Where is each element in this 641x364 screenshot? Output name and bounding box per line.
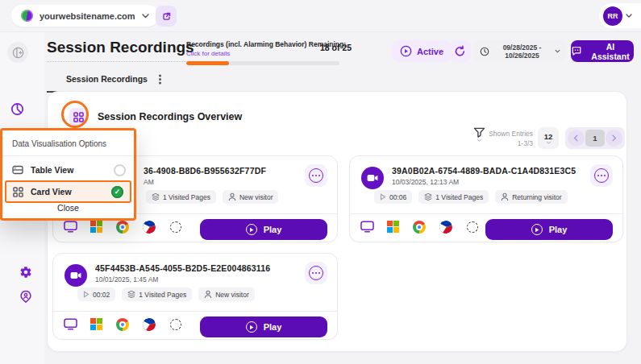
current-page[interactable]: 1 xyxy=(585,130,605,147)
recording-id: 45F4453B-A545-4055-B2D5-E2E004863116 xyxy=(95,263,270,273)
play-circle-icon xyxy=(400,45,412,57)
page-title: Session Recordings xyxy=(47,39,194,62)
card-view-icon xyxy=(13,187,23,197)
date-range-picker[interactable]: 09/28/2025 - 10/26/2025 xyxy=(474,40,566,62)
card-divider xyxy=(53,311,337,312)
chevron-down-icon xyxy=(142,14,149,19)
external-link-icon xyxy=(161,11,172,22)
next-page-button[interactable] xyxy=(606,130,622,147)
ellipsis-icon xyxy=(309,266,323,280)
chevron-down-icon xyxy=(626,14,632,18)
tab-session-recordings[interactable]: Session Recordings xyxy=(47,71,181,93)
active-label: Active xyxy=(417,47,443,56)
recording-header: 36-4908-B8D6-B955632F77DF AM xyxy=(144,166,266,186)
popup-close-button[interactable]: Close xyxy=(2,203,134,213)
shown-entries-value: 1-3/3 xyxy=(483,139,533,148)
play-button[interactable]: Play xyxy=(485,219,613,240)
quota-label: Recordings (incl. Alarming Behavior) Rem… xyxy=(186,40,339,48)
prev-page-button[interactable] xyxy=(568,130,585,147)
country-flag-icon xyxy=(143,221,156,237)
tab-label: Session Recordings xyxy=(66,74,148,84)
recording-card: 39A0B02A-6754-4889-BADA-C1A4D831E3C5 10/… xyxy=(349,155,623,242)
data-visualisation-popup: Data Visualisation Options Table View Ca… xyxy=(0,128,136,221)
site-selector[interactable]: yourwebsitename.com xyxy=(11,5,159,27)
active-status-button[interactable]: Active xyxy=(392,40,452,62)
ai-assistant-label: AI Assistant xyxy=(587,42,634,61)
shown-entries-label: Shown Entries xyxy=(483,129,533,139)
ellipsis-icon xyxy=(594,168,609,183)
monitor-icon xyxy=(64,221,77,236)
chevron-down-icon xyxy=(555,49,560,53)
quota-value: 18 of 25 xyxy=(320,43,352,52)
tab-bar: Session Recordings xyxy=(47,71,181,93)
site-name: yourwebsitename.com xyxy=(40,11,135,21)
gear-icon xyxy=(19,266,32,279)
monitor-icon xyxy=(64,318,77,333)
badge-row: 1 Visited Pages New visitor xyxy=(146,190,278,204)
play-icon xyxy=(246,224,257,235)
windows-icon xyxy=(90,318,102,330)
chrome-icon xyxy=(116,318,129,331)
quota-progress-track xyxy=(186,61,339,65)
user-menu[interactable]: RR xyxy=(599,3,641,28)
play-button[interactable]: Play xyxy=(200,219,327,240)
chat-icon xyxy=(571,46,582,56)
card-more-button[interactable] xyxy=(305,164,327,187)
recording-date: AM xyxy=(144,178,266,186)
refresh-icon xyxy=(454,45,466,57)
monitor-icon xyxy=(360,221,374,236)
recording-header: 45F4453B-A545-4055-B2D5-E2E004863116 10/… xyxy=(95,263,270,283)
unknown-source-icon xyxy=(467,221,478,233)
table-view-label: Table View xyxy=(31,165,73,175)
kebab-menu-icon[interactable] xyxy=(159,78,161,81)
windows-icon xyxy=(90,221,102,233)
option-table-view[interactable]: Table View xyxy=(12,161,126,179)
play-icon xyxy=(531,224,543,235)
visited-pages-badge: 1 Visited Pages xyxy=(122,287,192,301)
unknown-source-icon xyxy=(170,221,181,233)
quota-block: Recordings (incl. Alarming Behavior) Rem… xyxy=(186,40,339,65)
recording-date: 10/03/2025, 12:13 AM xyxy=(392,178,576,186)
shown-entries: Shown Entries 1-3/3 xyxy=(483,129,533,149)
video-camera-icon xyxy=(65,264,87,287)
quota-details-link[interactable]: Click for details xyxy=(186,50,339,57)
card-view-label: Card View xyxy=(31,187,72,196)
top-bar: yourwebsitename.com RR xyxy=(0,0,641,32)
panel-expand-icon xyxy=(12,47,24,59)
sidebar-item-profile[interactable] xyxy=(19,290,32,303)
chevron-down-icon xyxy=(477,139,482,142)
refresh-button[interactable] xyxy=(449,40,471,62)
recording-id: 36-4908-B8D6-B955632F77DF xyxy=(144,166,266,176)
windows-icon xyxy=(387,221,399,233)
date-range-value: 09/28/2025 - 10/26/2025 xyxy=(493,43,551,60)
visitor-type-badge: Returning visitor xyxy=(495,190,567,204)
grid-view-icon xyxy=(73,112,84,122)
popup-title: Data Visualisation Options xyxy=(12,139,106,148)
visitor-type-badge: New visitor xyxy=(223,190,279,204)
visitor-type-badge: New visitor xyxy=(198,287,255,301)
radio-unselected[interactable] xyxy=(114,164,126,176)
play-icon xyxy=(246,321,257,333)
sidebar-item-analytics[interactable] xyxy=(10,102,24,116)
card-more-button[interactable] xyxy=(590,164,613,187)
open-site-button[interactable] xyxy=(156,6,177,27)
card-more-button[interactable] xyxy=(305,262,327,284)
visited-pages-badge: 1 Visited Pages xyxy=(418,190,489,204)
duration-badge: 00:06 xyxy=(374,190,412,204)
clock-icon xyxy=(480,47,489,56)
ai-assistant-button[interactable]: AI Assistant xyxy=(571,40,634,62)
page-size-value: 12 xyxy=(544,132,553,141)
page-size-select[interactable]: 12 xyxy=(538,127,559,149)
chrome-icon xyxy=(413,221,426,234)
app-screen: yourwebsitename.com RR xyxy=(0,0,641,364)
duration-badge: 00:02 xyxy=(77,287,115,301)
radio-selected-check-icon[interactable]: ✓ xyxy=(111,186,123,198)
sidebar-item-settings[interactable] xyxy=(19,266,32,279)
pagination: 1 xyxy=(565,127,625,149)
overview-collapse-button[interactable] xyxy=(69,108,87,126)
country-flag-icon xyxy=(143,318,156,334)
badge-row: 00:02 1 Visited Pages New visitor xyxy=(77,287,255,301)
play-button[interactable]: Play xyxy=(200,316,327,337)
option-card-view[interactable]: Card View ✓ xyxy=(5,180,131,203)
collapse-sidebar-button[interactable] xyxy=(7,42,28,63)
